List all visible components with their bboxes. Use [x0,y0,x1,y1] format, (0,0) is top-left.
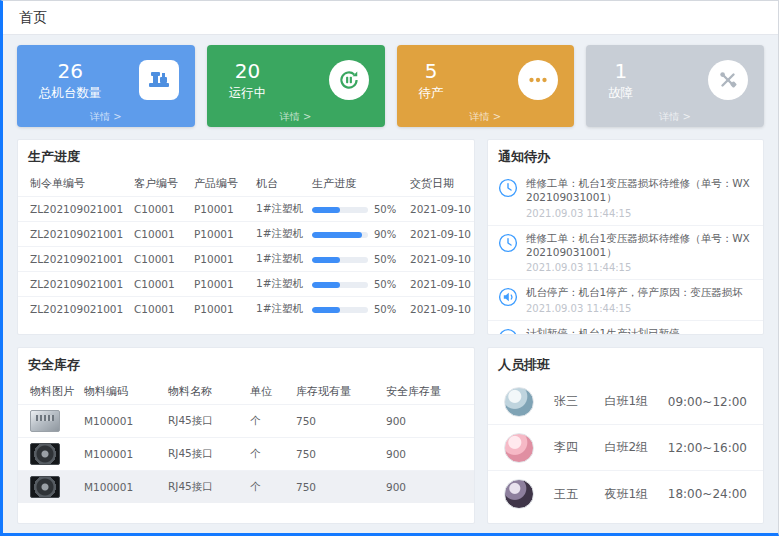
stat-card-total-machines[interactable]: 26 总机台数量 详情 > [17,45,195,127]
detail-link[interactable]: 详情 > [586,110,764,124]
notice-time: 2021.09.03 11:44:15 [526,262,753,273]
breadcrumb-home[interactable]: 首页 [19,9,47,27]
notice-item[interactable]: 维修工单：机台1变压器损坏待维修（单号：WX202109031001） 2021… [488,171,763,226]
col-header: 单位 [246,379,292,405]
detail-link[interactable]: 详情 > [207,110,385,124]
inventory-row: M100001 RJ45接口 个 750 900 [18,405,475,438]
progress-percent: 90% [374,229,396,240]
running-icon [329,60,369,100]
progress-percent: 50% [374,254,396,265]
clock-icon [498,233,518,253]
notice-text: 计划暂停：机台1生产计划已暂停 [526,327,680,335]
col-header: 物料图片 [18,379,80,405]
schedule-row: 张三 白班1组 09:00~12:00 [488,379,763,425]
person-shift: 夜班1组 [604,486,667,503]
detail-link[interactable]: 详情 > [17,110,195,124]
progress-bar [312,282,368,288]
speaker-icon [498,287,518,307]
product-no: P10001 [194,253,234,265]
progress-bar [312,257,368,263]
stat-card-fault[interactable]: 1 故障 详情 > [586,45,764,127]
progress-bar-fill [312,307,340,313]
middle-row: 生产进度 制令单编号 客户编号 产品编号 机台 生产进度 交货日期 [17,139,764,335]
col-header: 生产进度 [308,171,406,197]
schedule-row: 李四 白班2组 12:00~16:00 [488,425,763,471]
notice-item[interactable]: 计划暂停：机台1生产计划已暂停 2021.09.03 11:44:15 [488,321,763,335]
person-shift: 白班1组 [604,393,667,410]
col-header: 安全库存量 [382,379,475,405]
pending-ellipsis-icon [518,60,558,100]
product-no: P10001 [194,228,234,240]
machine-icon [139,60,179,100]
avatar [504,433,534,463]
notifications-panel: 通知待办 维修工单：机台1变压器损坏待维修（单号：WX202109031001）… [487,139,764,335]
delivery-date: 2021-09-10 [410,253,471,265]
person-name: 王五 [554,486,604,503]
progress-bar [312,207,368,213]
machine-name: 1#注塑机 [256,302,303,314]
bottom-row: 安全库存 物料图片 物料编码 物料名称 单位 库存现有量 安全库存量 [17,347,764,524]
col-header: 客户编号 [130,171,190,197]
notice-time: 2021.09.03 11:44:15 [526,303,743,314]
col-header: 物料名称 [164,379,246,405]
customer-no: C10001 [134,203,175,215]
fault-tools-icon [708,60,748,100]
customer-no: C10001 [134,278,175,290]
stat-value: 5 [425,59,438,83]
order-no: ZL202109021001 [30,228,123,240]
production-row: ZL202109021001 C10001 P10001 1#注塑机 50% 2… [18,272,475,297]
material-unit: 个 [250,447,261,459]
safety-stock: 900 [386,481,406,493]
stat-value: 26 [58,59,83,83]
stat-label: 总机台数量 [39,85,102,102]
dashboard-page: 首页 26 总机台数量 详情 > 20 运行中 [0,0,779,536]
progress-bar-fill [312,257,340,263]
machine-name: 1#注塑机 [256,202,303,214]
safety-stock-panel: 安全库存 物料图片 物料编码 物料名称 单位 库存现有量 安全库存量 [17,347,475,524]
col-header: 产品编号 [190,171,252,197]
material-code: M100001 [84,448,133,460]
material-unit: 个 [250,414,261,426]
delivery-date: 2021-09-10 [410,228,471,240]
top-bar: 首页 [3,1,778,35]
notice-time: 2021.09.03 11:44:15 [526,208,753,219]
progress-bar-fill [312,282,340,288]
material-photo-rj45 [30,410,60,432]
inventory-table: 物料图片 物料编码 物料名称 单位 库存现有量 安全库存量 M100001 R [18,379,475,503]
progress-bar [312,232,368,238]
speaker-icon [498,328,518,335]
material-name: RJ45接口 [168,480,213,492]
stat-value: 20 [235,59,260,83]
inventory-row: M100001 RJ45接口 个 750 900 [18,471,475,504]
panel-title: 安全库存 [18,348,474,379]
material-code: M100001 [84,481,133,493]
avatar [504,479,534,509]
stat-card-pending[interactable]: 5 待产 详情 > [397,45,575,127]
detail-link[interactable]: 详情 > [397,110,575,124]
product-no: P10001 [194,303,234,315]
customer-no: C10001 [134,228,175,240]
material-photo-speaker [30,443,60,465]
progress-bar [312,307,368,313]
stock-on-hand: 750 [296,481,316,493]
stat-card-running[interactable]: 20 运行中 详情 > [207,45,385,127]
production-row: ZL202109021001 C10001 P10001 1#注塑机 50% 2… [18,247,475,272]
material-unit: 个 [250,480,261,492]
stat-label: 待产 [419,85,444,102]
content-area: 26 总机台数量 详情 > 20 运行中 详情 > [3,35,778,534]
delivery-date: 2021-09-10 [410,303,471,315]
stat-label: 故障 [608,85,633,102]
notice-item[interactable]: 维修工单：机台1变压器损坏待维修（单号：WX202109031001） 2021… [488,226,763,281]
safety-stock: 900 [386,448,406,460]
delivery-date: 2021-09-10 [410,203,471,215]
person-time: 12:00~16:00 [668,441,747,455]
production-row: ZL202109021001 C10001 P10001 1#注塑机 50% 2… [18,297,475,322]
stat-value: 1 [614,59,627,83]
notice-item[interactable]: 机台停产：机台1停产，停产原因：变压器损坏 2021.09.03 11:44:1… [488,280,763,321]
progress-percent: 50% [374,279,396,290]
progress-percent: 50% [374,304,396,315]
material-name: RJ45接口 [168,414,213,426]
stock-on-hand: 750 [296,448,316,460]
person-name: 李四 [554,439,604,456]
inventory-row: M100001 RJ45接口 个 750 900 [18,438,475,471]
